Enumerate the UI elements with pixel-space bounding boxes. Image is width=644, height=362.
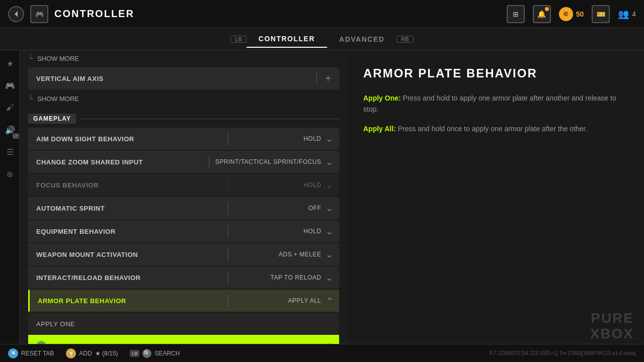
chevron-down-2: ⌄ (326, 156, 334, 167)
search-action[interactable]: LB 🔍 SEARCH (130, 349, 180, 358)
automatic-sprint-label: AUTOMATIC SPRINT (28, 205, 228, 212)
aim-down-sight-text: HOLD (303, 135, 321, 142)
change-zoom-text: SPRINT/TACTICAL SPRINT/FOCUS (215, 158, 321, 165)
focus-behavior-value: HOLD ⌄ (228, 179, 339, 191)
add-label: ADD (79, 350, 92, 357)
currency-icon: © (559, 7, 573, 21)
focus-behavior-text: HOLD (303, 182, 321, 189)
show-more-label-2: SHOW MORE (37, 95, 79, 103)
equipment-behavior-text: HOLD (303, 228, 321, 235)
section-line (80, 119, 339, 119)
setting-row-focus-behavior: FOCUS BEHAVIOR HOLD ⌄ (28, 174, 339, 196)
setting-row-armor-plate[interactable]: ARMOR PLATE BEHAVIOR APPLY ALL ⌄ (28, 290, 339, 312)
corner-icon-1: └ (28, 54, 33, 62)
corner-icon-2: └ (28, 95, 33, 103)
setting-row-equipment-behavior[interactable]: EQUIPMENT BEHAVIOR HOLD ⌄ (28, 220, 339, 242)
change-zoom-label: CHANGE ZOOM SHARED INPUT (28, 158, 209, 166)
automatic-sprint-text: OFF (308, 205, 321, 212)
notification-button[interactable]: 🔔 (533, 5, 551, 23)
grid-icon-btn[interactable]: ⊞ (507, 5, 525, 23)
setting-row-interact-reload[interactable]: INTERACT/RELOAD BEHAVIOR TAP TO RELOAD ⌄ (28, 266, 339, 289)
watermark-line2: XBOX (590, 326, 634, 342)
search-label: SEARCH (154, 350, 180, 357)
dropdown-apply-one[interactable]: APPLY ONE (28, 313, 339, 335)
interact-reload-label: INTERACT/RELOAD BEHAVIOR (28, 274, 228, 282)
mystery-icon: 🎫 (597, 10, 605, 18)
sidebar-icon-network[interactable]: ⊕ (3, 167, 17, 181)
show-more-label-1: SHOW MORE (37, 55, 79, 62)
setting-row-weapon-mount[interactable]: WEAPON MOUNT ACTIVATION ADS + MELEE ⌄ (28, 243, 339, 265)
bell-icon: 🔔 (537, 10, 546, 18)
top-bar-left: 🎮 CONTROLLER (8, 5, 134, 23)
chevron-down-4: ⌄ (326, 203, 334, 214)
main-layout: ★ 🎮 🖌 🔊 ☰ ⊕ └ SHOW MORE VERTICAL AIM AXI… (0, 50, 644, 344)
armor-plate-value: APPLY ALL ⌄ (228, 295, 339, 306)
add-star-label: ★ (8/15) (95, 350, 118, 357)
aim-down-sight-value: HOLD ⌄ (228, 133, 339, 144)
armor-plate-label: ARMOR PLATE BEHAVIOR (30, 297, 228, 305)
svg-marker-0 (15, 11, 18, 17)
lb-hint: LB (130, 350, 139, 357)
tab-advanced[interactable]: ADVANCED (327, 31, 396, 47)
show-more-2[interactable]: └ SHOW MORE (20, 90, 347, 107)
tab-controller[interactable]: CONTROLLER (247, 31, 327, 48)
sidebar-icon-brush[interactable]: 🖌 (3, 101, 17, 115)
tab-hint-lb: LB (230, 36, 246, 43)
page-title: CONTROLLER (54, 8, 134, 20)
dropdown-apply-all[interactable]: A APPLY ALL ✓ (28, 335, 339, 344)
vertical-aim-label: VERTICAL AIM AXIS (28, 75, 316, 82)
vertical-aim-plus[interactable]: + (317, 73, 339, 84)
info-highlight-1: Apply One: (363, 94, 401, 102)
sidebar-icon-speaker[interactable]: 🔊 (3, 123, 17, 137)
info-description-2: Apply All: Press and hold once to apply … (363, 123, 628, 134)
chevron-up-armor: ⌄ (326, 295, 334, 306)
x-button-icon: ✕ (8, 348, 18, 358)
search-icon-btn: 🔍 (142, 349, 151, 358)
mystery-icon-btn[interactable]: 🎫 (592, 5, 610, 23)
gameplay-label: GAMEPLAY (28, 114, 76, 124)
y-button-icon: Y (66, 348, 76, 358)
gameplay-section-header: GAMEPLAY (20, 111, 347, 127)
show-more-1[interactable]: └ SHOW MORE (20, 50, 347, 66)
focus-behavior-label: FOCUS BEHAVIOR (28, 182, 228, 189)
reset-tab-action[interactable]: ✕ RESET TAB (8, 348, 54, 358)
add-action[interactable]: Y ADD ★ (8/15) (66, 348, 118, 358)
friends-icon: 👥 (618, 9, 629, 20)
equipment-behavior-value: HOLD ⌄ (228, 226, 339, 237)
sidebar-icon-star[interactable]: ★ (3, 56, 17, 70)
equipment-behavior-label: EQUIPMENT BEHAVIOR (28, 228, 228, 235)
sidebar-icon-controller[interactable]: 🎮 (3, 78, 17, 93)
settings-panel: └ SHOW MORE VERTICAL AIM AXIS + └ SHOW M… (20, 50, 347, 344)
currency-amount: 50 (576, 10, 584, 18)
notification-dot (545, 7, 549, 11)
setting-row-change-zoom[interactable]: CHANGE ZOOM SHARED INPUT SPRINT/TACTICAL… (28, 151, 339, 173)
automatic-sprint-value: OFF ⌄ (228, 203, 339, 214)
sidebar: ★ 🎮 🖌 🔊 ☰ ⊕ (0, 50, 20, 344)
watermark-line1: PURE (590, 311, 634, 326)
bottom-bar: ✕ RESET TAB Y ADD ★ (8/15) LB 🔍 SEARCH 9… (0, 344, 644, 362)
setting-row-aim-down-sight[interactable]: AIM DOWN SIGHT BEHAVIOR HOLD ⌄ (28, 128, 339, 150)
aim-down-sight-label: AIM DOWN SIGHT BEHAVIOR (28, 135, 228, 143)
friends-count: 4 (632, 10, 636, 18)
controller-icon-btn: 🎮 (30, 5, 48, 23)
apply-one-label: APPLY ONE (36, 320, 75, 328)
version-text: 9.7.13200072 [34:222:1581+1] Tm [7000][1… (489, 350, 636, 356)
top-bar-right: ⊞ 🔔 © 50 🎫 👥 4 (507, 5, 636, 23)
setting-row-automatic-sprint[interactable]: AUTOMATIC SPRINT OFF ⌄ (28, 197, 339, 219)
chevron-down-3: ⌄ (326, 179, 334, 191)
change-zoom-value: SPRINT/TACTICAL SPRINT/FOCUS ⌄ (209, 156, 339, 167)
tab-hint-rb: RB (396, 36, 413, 43)
info-highlight-2: Apply All: (363, 125, 396, 133)
sidebar-icon-list[interactable]: ☰ (3, 145, 17, 159)
currency-display: © 50 (559, 7, 584, 21)
chevron-down-1: ⌄ (326, 133, 334, 144)
interact-reload-text: TAP TO RELOAD (271, 274, 321, 281)
grid-icon: ⊞ (513, 10, 519, 18)
back-button[interactable] (8, 6, 24, 22)
weapon-mount-text: ADS + MELEE (279, 251, 321, 258)
vertical-aim-row[interactable]: VERTICAL AIM AXIS + (28, 67, 339, 89)
armor-plate-dropdown: APPLY ONE A APPLY ALL ✓ (28, 313, 339, 344)
reset-tab-label: RESET TAB (21, 350, 54, 357)
interact-reload-value: TAP TO RELOAD ⌄ (228, 272, 339, 283)
weapon-mount-value: ADS + MELEE ⌄ (228, 249, 339, 260)
